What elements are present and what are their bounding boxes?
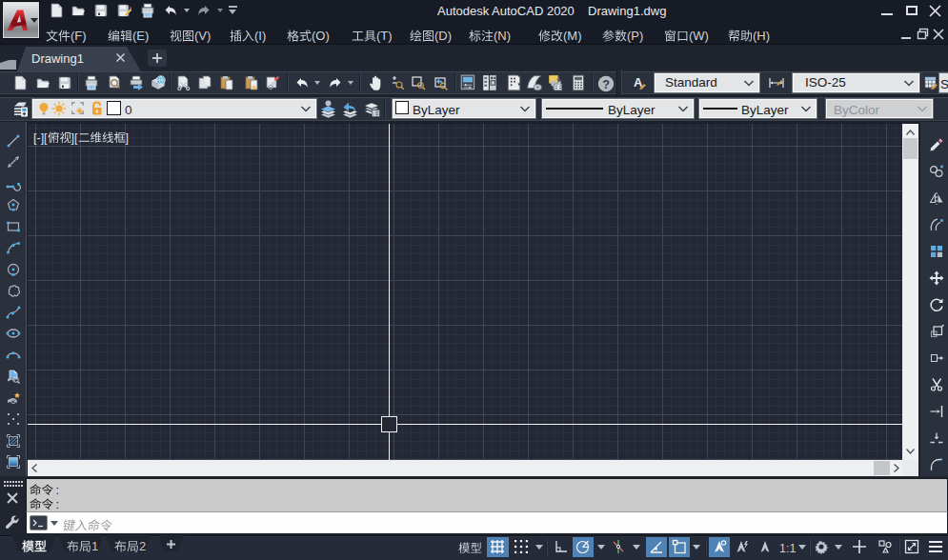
svg-text:?: ? xyxy=(602,78,610,91)
